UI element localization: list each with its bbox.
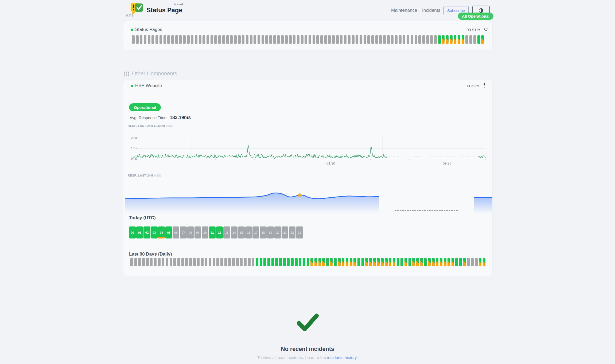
uptime-bar[interactable] [171,35,174,44]
uptime-bar[interactable] [434,35,437,44]
uptime-bar[interactable] [400,258,403,266]
incidents-history-link[interactable]: incidents history [327,355,356,360]
uptime-bar[interactable] [432,258,435,266]
uptime-bar[interactable] [262,35,264,44]
uptime-bar[interactable] [316,35,319,44]
uptime-bar[interactable] [420,258,423,266]
hour-block-11[interactable]: 11 [209,226,216,238]
uptime-bar[interactable] [295,258,298,266]
uptime-bar[interactable] [159,35,162,44]
uptime-bar[interactable] [232,258,235,266]
uptime-bar[interactable] [320,35,323,44]
uptime-bar[interactable] [297,35,299,44]
uptime-bar[interactable] [289,35,292,44]
uptime-bar[interactable] [473,35,476,44]
uptime-bar[interactable] [179,35,182,44]
uptime-bar[interactable] [252,258,254,266]
uptime-bar[interactable] [134,258,137,266]
uptime-bar[interactable] [250,35,252,44]
uptime-bar[interactable] [151,35,154,44]
uptime-bar[interactable] [142,258,145,266]
uptime-bar[interactable] [205,258,207,266]
uptime-bar[interactable] [348,35,351,44]
uptime-bar[interactable] [436,258,438,266]
uptime-bar[interactable] [185,258,188,266]
uptime-bar[interactable] [155,35,158,44]
uptime-bar[interactable] [326,258,329,266]
uptime-bar[interactable] [166,258,168,266]
uptime-bar[interactable] [201,258,204,266]
uptime-bar[interactable] [144,35,146,44]
uptime-bar[interactable] [191,35,193,44]
uptime-bar[interactable] [150,258,153,266]
uptime-bar[interactable] [465,35,468,44]
uptime-bar[interactable] [230,35,233,44]
uptime-bar[interactable] [403,35,405,44]
uptime-bar[interactable] [189,258,192,266]
uptime-bar[interactable] [455,258,458,266]
uptime-bar[interactable] [377,258,380,266]
uptime-bar[interactable] [356,35,358,44]
uptime-bar[interactable] [279,258,282,266]
line-chart-plot[interactable] [130,133,486,160]
uptime-bar[interactable] [244,258,247,266]
uptime-bar[interactable] [313,35,315,44]
uptime-bar[interactable] [177,258,180,266]
uptime-bar[interactable] [132,35,135,44]
uptime-bar[interactable] [418,35,421,44]
uptime-bar[interactable] [273,35,276,44]
uptime-bar[interactable] [463,258,466,266]
uptime-bar[interactable] [197,258,200,266]
hour-block-23[interactable]: 23 [296,226,303,238]
uptime-bar[interactable] [216,258,219,266]
uptime-bar[interactable] [207,35,209,44]
uptime-bar[interactable] [381,258,384,266]
hour-block-12[interactable]: 12 [216,226,223,238]
uptime-bar[interactable] [408,258,411,266]
uptime-bar[interactable] [167,35,170,44]
uptime-bar[interactable] [283,258,286,266]
uptime-bar[interactable] [397,258,399,266]
uptime-bar[interactable] [383,35,386,44]
uptime-bar[interactable] [451,258,454,266]
hour-block-10[interactable]: 10 [202,226,208,238]
uptime-bar[interactable] [181,258,184,266]
hour-block-15[interactable]: 15 [238,226,245,238]
uptime-bar[interactable] [236,258,239,266]
hour-block-13[interactable]: 13 [223,226,230,238]
uptime-bar[interactable] [479,258,481,266]
uptime-bar[interactable] [395,35,398,44]
uptime-bar[interactable] [305,35,307,44]
uptime-bar[interactable] [275,258,278,266]
uptime-bar[interactable] [391,35,394,44]
uptime-bar[interactable] [459,258,462,266]
uptime-bar[interactable] [365,258,368,266]
uptime-bar[interactable] [426,35,429,44]
uptime-bar[interactable] [158,258,161,266]
chevron-up-icon[interactable] [487,14,492,18]
uptime-bar[interactable] [399,35,402,44]
uptime-bar[interactable] [260,258,262,266]
uptime-bar[interactable] [350,258,352,266]
uptime-bar[interactable] [310,258,313,266]
uptime-bar[interactable] [318,258,321,266]
hour-block-14[interactable]: 14 [231,226,238,238]
hour-block-08[interactable]: 08 [187,226,194,238]
hour-block-07[interactable]: 07 [180,226,186,238]
uptime-bar[interactable] [447,258,450,266]
uptime-bar[interactable] [353,258,356,266]
uptime-bar[interactable] [303,258,305,266]
nav-incidents[interactable]: Incidents [422,8,440,13]
uptime-bar[interactable] [424,258,427,266]
uptime-bar[interactable] [471,258,474,266]
hour-block-20[interactable]: 20 [274,226,281,238]
uptime-bar[interactable] [481,35,484,44]
uptime-bar[interactable] [175,35,178,44]
uptime-bar[interactable] [146,258,149,266]
uptime-bar[interactable] [246,35,248,44]
uptime-bar[interactable] [446,35,449,44]
uptime-bar[interactable] [361,258,364,266]
hour-block-19[interactable]: 19 [267,226,274,238]
uptime-bar[interactable] [214,35,217,44]
hour-block-17[interactable]: 17 [252,226,259,238]
